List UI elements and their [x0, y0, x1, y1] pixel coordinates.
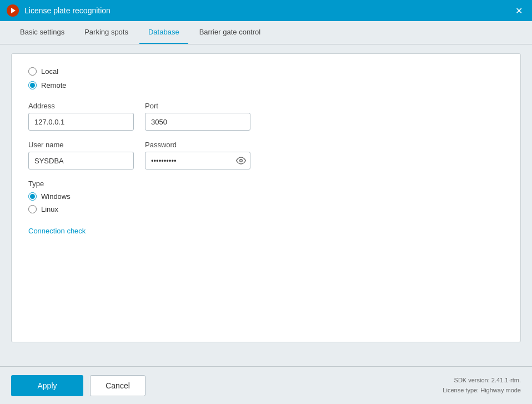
- database-panel: Local Remote Address Port: [11, 53, 521, 342]
- username-password-row: User name Password: [28, 141, 504, 169]
- radio-linux-label: Linux: [41, 205, 58, 213]
- svg-point-1: [240, 159, 243, 162]
- close-button[interactable]: ✕: [512, 4, 525, 17]
- port-input[interactable]: [145, 113, 250, 131]
- tab-parking-spots[interactable]: Parking spots: [76, 21, 137, 44]
- address-input[interactable]: [28, 113, 134, 131]
- radio-local[interactable]: Local: [28, 67, 504, 76]
- radio-windows[interactable]: Windows: [28, 192, 504, 201]
- port-label: Port: [145, 102, 250, 110]
- username-group: User name: [28, 141, 134, 169]
- tab-database[interactable]: Database: [139, 21, 188, 44]
- radio-linux-input[interactable]: [28, 205, 37, 213]
- username-input[interactable]: [28, 152, 134, 169]
- apply-button[interactable]: Apply: [11, 375, 83, 396]
- password-wrapper: [145, 152, 250, 169]
- sdk-version: SDK version: 2.41.1-rtm.: [443, 376, 521, 386]
- titlebar: License plate recognition ✕: [0, 0, 532, 21]
- app-logo: [7, 4, 19, 17]
- location-radio-group: Local Remote: [28, 67, 504, 89]
- address-label: Address: [28, 102, 134, 110]
- radio-remote-input[interactable]: [28, 81, 37, 89]
- dialog: License plate recognition ✕ Basic settin…: [0, 0, 532, 404]
- radio-windows-label: Windows: [41, 192, 71, 201]
- tabs-bar: Basic settings Parking spots Database Ba…: [0, 21, 532, 44]
- address-group: Address: [28, 102, 134, 131]
- toggle-password-icon[interactable]: [236, 156, 246, 166]
- sdk-info: SDK version: 2.41.1-rtm. License type: H…: [443, 376, 521, 395]
- radio-linux[interactable]: Linux: [28, 205, 504, 213]
- type-radio-group: Windows Linux: [28, 192, 504, 213]
- tab-basic-settings[interactable]: Basic settings: [11, 21, 73, 44]
- connection-check-link[interactable]: Connection check: [28, 227, 86, 235]
- dialog-title: License plate recognition: [24, 6, 512, 15]
- type-section: Type Windows Linux: [28, 179, 504, 213]
- type-label: Type: [28, 179, 504, 188]
- radio-windows-input[interactable]: [28, 192, 37, 201]
- cancel-button[interactable]: Cancel: [90, 375, 145, 396]
- address-port-row: Address Port: [28, 102, 504, 131]
- radio-remote-label: Remote: [41, 81, 67, 89]
- footer: Apply Cancel SDK version: 2.41.1-rtm. Li…: [0, 366, 532, 404]
- password-group: Password: [145, 141, 250, 169]
- port-group: Port: [145, 102, 250, 131]
- content-area: Local Remote Address Port: [0, 44, 532, 366]
- license-type: License type: Highway mode: [443, 386, 521, 396]
- radio-local-input[interactable]: [28, 67, 37, 76]
- password-input[interactable]: [145, 152, 250, 169]
- radio-local-label: Local: [41, 67, 58, 76]
- username-label: User name: [28, 141, 134, 149]
- svg-marker-0: [11, 8, 16, 13]
- radio-remote[interactable]: Remote: [28, 81, 504, 89]
- password-label: Password: [145, 141, 250, 149]
- tab-barrier-gate-control[interactable]: Barrier gate control: [190, 21, 270, 44]
